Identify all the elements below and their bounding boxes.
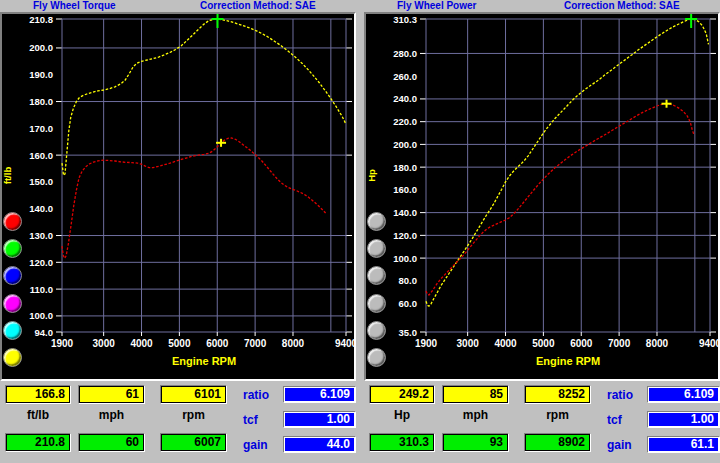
torque-gain-label: gain bbox=[243, 438, 268, 452]
power-ratio-value-box[interactable]: 6.109 bbox=[647, 386, 720, 403]
power-yellow-cursor[interactable] bbox=[662, 100, 672, 108]
power-chart-svg[interactable]: 310.3280.0260.0240.0220.0200.0180.0160.0… bbox=[366, 14, 718, 379]
y-tick-label: 180.0 bbox=[29, 96, 53, 107]
torque-rpm-unit-label: rpm bbox=[160, 408, 227, 422]
y-tick-label: 220.0 bbox=[393, 116, 417, 127]
torque-readout-panel: 166.8 61 6101 ft/lb mph rpm 210.8 60 600… bbox=[0, 383, 356, 463]
y-tick-label: 160.0 bbox=[29, 150, 53, 161]
power-cursor2-speed-box: 93 bbox=[442, 433, 509, 452]
torque-cursor2-speed-box: 60 bbox=[78, 433, 145, 452]
y-axis-title: ft/lb bbox=[2, 167, 13, 185]
torque-cursor2-value-box: 210.8 bbox=[5, 433, 71, 452]
power-cursor1-speed-box: 85 bbox=[442, 385, 509, 404]
y-tick-label: 180.0 bbox=[393, 162, 417, 173]
power-titlebar: Fly Wheel Power Correction Method: SAE bbox=[364, 0, 720, 12]
power-tcf-label: tcf bbox=[607, 413, 622, 427]
torque-gain-value-box[interactable]: 44.0 bbox=[283, 436, 356, 453]
torque-curve-main-run bbox=[62, 19, 346, 175]
y-tick-label: 240.0 bbox=[393, 93, 417, 104]
x-tick-label: 1900 bbox=[51, 338, 74, 349]
y-tick-label: 260.0 bbox=[393, 71, 417, 82]
power-correction-method: Correction Method: SAE bbox=[564, 0, 680, 12]
torque-cursor1-value-box: 166.8 bbox=[5, 385, 71, 404]
y-tick-label: 170.0 bbox=[29, 123, 53, 134]
y-tick-label: 280.0 bbox=[393, 48, 417, 59]
x-tick-label: 5000 bbox=[168, 338, 191, 349]
y-tick-label: 80.0 bbox=[399, 275, 418, 286]
y-tick-label: 60.0 bbox=[399, 298, 418, 309]
x-tick-label: 9400 bbox=[335, 338, 354, 349]
power-rpm-unit-label: rpm bbox=[524, 408, 591, 422]
torque-tcf-value-box[interactable]: 1.00 bbox=[283, 411, 356, 428]
power-unit-label: Hp bbox=[369, 408, 435, 422]
x-tick-label: 8000 bbox=[646, 338, 669, 349]
power-curve-reference-run bbox=[426, 104, 694, 295]
torque-panel: Fly Wheel Torque Correction Method: SAE … bbox=[0, 0, 356, 463]
torque-correction-method: Correction Method: SAE bbox=[200, 0, 316, 12]
power-cursor2-value-box: 310.3 bbox=[369, 433, 435, 452]
x-tick-label: 7000 bbox=[608, 338, 631, 349]
y-tick-label: 160.0 bbox=[393, 184, 417, 195]
power-speed-unit-label: mph bbox=[442, 408, 509, 422]
torque-chart-title: Fly Wheel Torque bbox=[33, 0, 116, 12]
power-cursor1-rpm-box: 8252 bbox=[524, 385, 591, 404]
x-tick-label: 7000 bbox=[244, 338, 267, 349]
x-axis-title: Engine RPM bbox=[172, 355, 236, 367]
torque-green-cursor[interactable] bbox=[212, 14, 224, 28]
torque-cursor1-rpm-box: 6101 bbox=[160, 385, 227, 404]
y-tick-label: 35.0 bbox=[399, 327, 418, 338]
x-tick-label: 1900 bbox=[415, 338, 438, 349]
torque-cursor1-speed-box: 61 bbox=[78, 385, 145, 404]
x-tick-label: 4000 bbox=[494, 338, 517, 349]
y-axis-title: Hp bbox=[366, 169, 377, 182]
power-tcf-value-box[interactable]: 1.00 bbox=[647, 411, 720, 428]
y-tick-label: 130.0 bbox=[29, 230, 53, 241]
torque-curve-reference-run bbox=[62, 138, 326, 258]
power-chart-area[interactable]: 310.3280.0260.0240.0220.0200.0180.0160.0… bbox=[364, 12, 720, 381]
x-tick-label: 6000 bbox=[206, 338, 229, 349]
y-tick-label: 110.0 bbox=[30, 284, 53, 295]
y-tick-label: 150.0 bbox=[29, 176, 53, 187]
x-tick-label: 4000 bbox=[130, 338, 153, 349]
power-panel: Fly Wheel Power Correction Method: SAE 3… bbox=[364, 0, 720, 463]
y-tick-label: 100.0 bbox=[29, 310, 53, 321]
y-tick-label: 140.0 bbox=[29, 203, 53, 214]
y-tick-label: 200.0 bbox=[393, 139, 417, 150]
torque-titlebar: Fly Wheel Torque Correction Method: SAE bbox=[0, 0, 356, 12]
power-gain-value-box[interactable]: 61.1 bbox=[647, 436, 720, 453]
power-ratio-label: ratio bbox=[607, 388, 633, 402]
torque-ratio-label: ratio bbox=[243, 388, 269, 402]
torque-speed-unit-label: mph bbox=[78, 408, 145, 422]
x-tick-label: 9400 bbox=[699, 338, 718, 349]
y-tick-label: 100.0 bbox=[393, 253, 417, 264]
y-tick-label: 120.0 bbox=[393, 230, 417, 241]
torque-ratio-value-box[interactable]: 6.109 bbox=[283, 386, 356, 403]
power-cursor1-value-box: 249.2 bbox=[369, 385, 435, 404]
y-tick-label: 200.0 bbox=[29, 42, 53, 53]
torque-chart-area[interactable]: 210.8200.0190.0180.0170.0160.0150.0140.0… bbox=[0, 12, 356, 381]
y-tick-label: 210.8 bbox=[29, 14, 53, 25]
x-tick-label: 5000 bbox=[532, 338, 555, 349]
y-tick-label: 310.3 bbox=[393, 14, 417, 25]
power-curve-main-run bbox=[426, 19, 709, 306]
y-tick-label: 120.0 bbox=[29, 257, 53, 268]
power-readout-panel: 249.2 85 8252 Hp mph rpm 310.3 93 8902 r… bbox=[364, 383, 720, 463]
y-tick-label: 190.0 bbox=[29, 69, 53, 80]
x-tick-label: 3000 bbox=[93, 338, 116, 349]
power-cursor2-rpm-box: 8902 bbox=[524, 433, 591, 452]
x-tick-label: 8000 bbox=[282, 338, 305, 349]
x-tick-label: 6000 bbox=[570, 338, 593, 349]
y-tick-label: 140.0 bbox=[393, 207, 417, 218]
torque-unit-label: ft/lb bbox=[5, 408, 71, 422]
torque-tcf-label: tcf bbox=[243, 413, 258, 427]
power-gain-label: gain bbox=[607, 438, 632, 452]
x-tick-label: 3000 bbox=[457, 338, 480, 349]
dyno-window: Fly Wheel Torque Correction Method: SAE … bbox=[0, 0, 720, 463]
y-tick-label: 94.0 bbox=[35, 327, 54, 338]
x-axis-title: Engine RPM bbox=[536, 355, 600, 367]
torque-chart-svg[interactable]: 210.8200.0190.0180.0170.0160.0150.0140.0… bbox=[2, 14, 354, 379]
power-chart-title: Fly Wheel Power bbox=[397, 0, 476, 12]
torque-cursor2-rpm-box: 6007 bbox=[160, 433, 227, 452]
